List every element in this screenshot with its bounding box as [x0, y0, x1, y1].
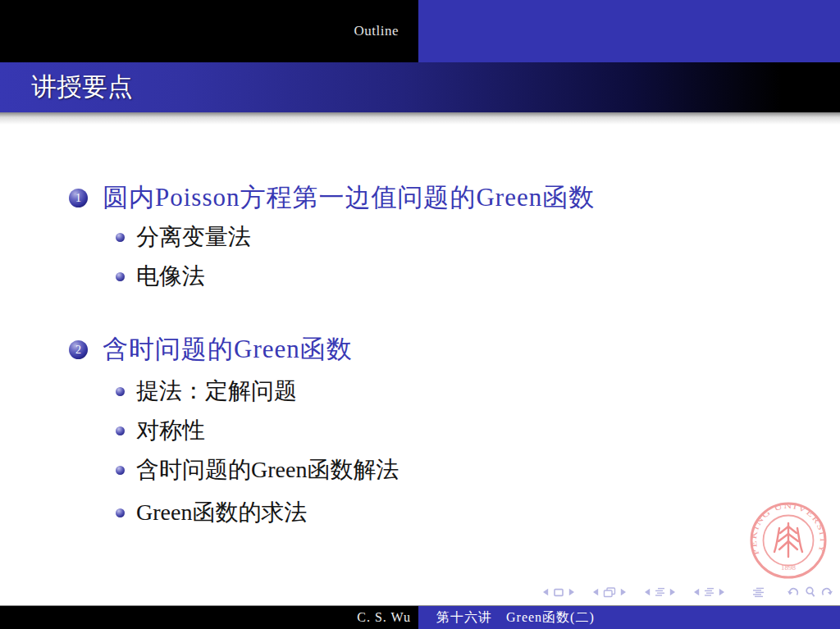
outline-item-2-link[interactable]: 含时问题的Green函数	[103, 335, 353, 364]
subsection-nav-group	[644, 587, 676, 597]
headline-section-area: Outline	[0, 0, 418, 62]
frame-nav-group	[592, 587, 627, 598]
footer-author: C. S. Wu	[0, 606, 418, 629]
slide-icon[interactable]	[553, 588, 564, 597]
section-nav-item-outline[interactable]: Outline	[354, 23, 399, 39]
next-subsection-icon[interactable]	[669, 588, 676, 596]
bullet-ball-icon	[116, 466, 125, 475]
outline-subitem[interactable]: 对称性	[116, 417, 205, 444]
subitem-label: 电像法	[136, 262, 205, 290]
outline-subitem[interactable]: 含时问题的Green函数解法	[116, 456, 399, 484]
beamer-navigation-bar	[525, 583, 833, 601]
slide-nav-group	[542, 588, 575, 597]
presentation-icon[interactable]	[752, 587, 765, 598]
outline-subitem[interactable]: Green函数的求法	[116, 499, 307, 526]
enum-ball-2: 2	[69, 340, 88, 359]
subitem-label: 提法：定解问题	[136, 377, 297, 405]
subsection-icon[interactable]	[655, 587, 665, 597]
bullet-ball-icon	[116, 233, 125, 242]
enum-ball-1: 1	[69, 189, 88, 207]
seal-emblem-icon	[774, 523, 802, 557]
bullet-ball-icon	[116, 272, 125, 281]
next-slide-icon[interactable]	[568, 588, 575, 596]
outline-subitem[interactable]: 电像法	[116, 262, 205, 290]
forward-icon[interactable]	[821, 587, 833, 598]
bullet-ball-icon	[116, 387, 125, 396]
subitem-label: 对称性	[136, 417, 205, 444]
frame-title: 讲授要点	[0, 62, 840, 112]
subitem-label: 分离变量法	[136, 223, 251, 251]
footer-lecture-title: 第十六讲 Green函数(二)	[418, 606, 840, 629]
headline-bar: Outline	[0, 0, 840, 62]
action-nav-group	[787, 586, 833, 598]
headline-subsection-area	[418, 0, 840, 62]
back-icon[interactable]	[787, 587, 799, 598]
prev-slide-icon[interactable]	[542, 588, 549, 596]
prev-frame-icon[interactable]	[592, 588, 599, 596]
section-icon[interactable]	[704, 587, 714, 597]
bullet-ball-icon	[116, 508, 125, 517]
section-nav-group	[693, 587, 725, 597]
next-section-icon[interactable]	[719, 588, 725, 596]
next-frame-icon[interactable]	[620, 588, 627, 596]
footline-bar: C. S. Wu 第十六讲 Green函数(二)	[0, 605, 840, 629]
peking-university-seal-logo: PEKING UNIVERSITY 1898	[749, 501, 828, 580]
subitem-label: 含时问题的Green函数解法	[136, 456, 399, 484]
seal-year: 1898	[781, 563, 797, 572]
outline-subitem[interactable]: 提法：定解问题	[116, 377, 297, 405]
subitem-label: Green函数的求法	[136, 499, 307, 526]
bullet-ball-icon	[116, 426, 125, 435]
frametitle-shadow	[0, 112, 840, 125]
presentation-nav-group	[752, 587, 765, 598]
prev-subsection-icon[interactable]	[644, 588, 651, 596]
outline-subitem[interactable]: 分离变量法	[116, 223, 251, 251]
outline-item-1-link[interactable]: 圆内Poisson方程第一边值问题的Green函数	[103, 183, 595, 212]
frame-icon[interactable]	[603, 587, 616, 598]
prev-section-icon[interactable]	[693, 588, 700, 596]
find-icon[interactable]	[805, 586, 815, 598]
